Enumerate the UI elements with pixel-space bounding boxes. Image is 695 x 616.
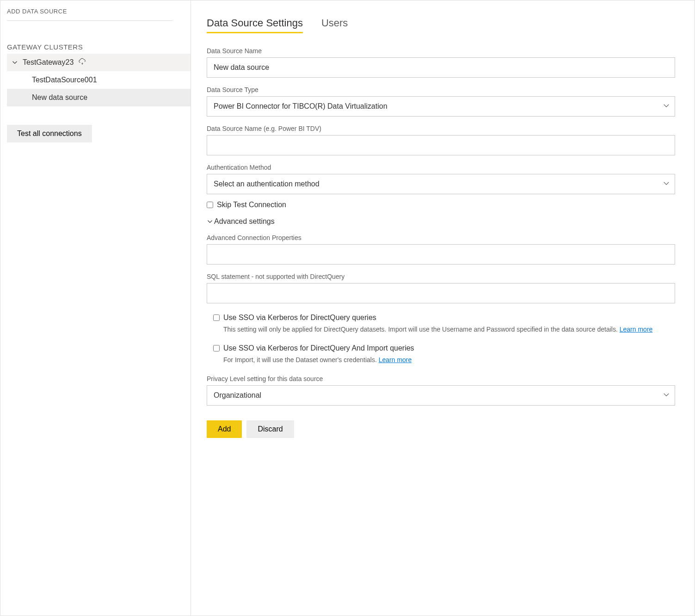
sso-dq-checkbox[interactable] <box>213 314 220 321</box>
button-row: Add Discard <box>207 420 675 438</box>
gateway-name: TestGateway23 <box>23 58 74 67</box>
ds-name2-input[interactable] <box>207 135 675 155</box>
test-connections-button[interactable]: Test all connections <box>7 125 92 142</box>
datasource-item[interactable]: TestDataSource001 <box>7 71 191 89</box>
sidebar-header: ADD DATA SOURCE <box>7 8 173 21</box>
ds-name2-label: Data Source Name (e.g. Power BI TDV) <box>207 125 675 132</box>
ds-name-label: Data Source Name <box>207 47 675 55</box>
sso-dq-import-label: Use SSO via Kerberos for DirectQuery And… <box>223 344 414 352</box>
tab-users[interactable]: Users <box>321 17 348 33</box>
chevron-down-icon <box>207 218 213 225</box>
gateway-node[interactable]: TestGateway23 <box>7 54 191 71</box>
sql-label: SQL statement - not supported with Direc… <box>207 273 675 280</box>
auth-method-value: Select an authentication method <box>214 180 320 188</box>
ds-type-select-wrap: Power BI Connector for TIBCO(R) Data Vir… <box>207 96 675 117</box>
tab-settings[interactable]: Data Source Settings <box>207 17 303 33</box>
privacy-select-wrap: Organizational <box>207 385 675 406</box>
add-button[interactable]: Add <box>207 420 242 438</box>
sso-block-1: Use SSO via Kerberos for DirectQuery que… <box>207 314 675 334</box>
auth-method-select[interactable]: Select an authentication method <box>207 174 675 194</box>
app-root: ADD DATA SOURCE GATEWAY CLUSTERS TestGat… <box>0 0 695 616</box>
sso-block-2: Use SSO via Kerberos for DirectQuery And… <box>207 344 675 364</box>
ds-type-label: Data Source Type <box>207 86 675 93</box>
sso-dq-label: Use SSO via Kerberos for DirectQuery que… <box>223 314 376 322</box>
sidebar: ADD DATA SOURCE GATEWAY CLUSTERS TestGat… <box>0 0 191 616</box>
skip-test-label: Skip Test Connection <box>217 201 286 209</box>
learn-more-link[interactable]: Learn more <box>379 356 412 363</box>
ds-type-select[interactable]: Power BI Connector for TIBCO(R) Data Vir… <box>207 96 675 117</box>
tabs: Data Source Settings Users <box>207 17 675 33</box>
auth-method-label: Authentication Method <box>207 164 675 171</box>
datasource-list: TestDataSource001 New data source <box>7 71 191 106</box>
ds-type-value: Power BI Connector for TIBCO(R) Data Vir… <box>214 102 387 111</box>
adv-conn-input[interactable] <box>207 244 675 265</box>
privacy-select[interactable]: Organizational <box>207 385 675 406</box>
sso-dq-import-checkbox[interactable] <box>213 345 220 351</box>
gateway-clusters-title: GATEWAY CLUSTERS <box>7 43 191 51</box>
ds-name-input[interactable] <box>207 57 675 78</box>
sql-input[interactable] <box>207 283 675 303</box>
chevron-down-icon <box>12 59 18 66</box>
auth-select-wrap: Select an authentication method <box>207 174 675 194</box>
cloud-sync-icon <box>78 57 86 68</box>
advanced-toggle[interactable]: Advanced settings <box>207 217 675 226</box>
discard-button[interactable]: Discard <box>246 420 294 438</box>
sso-dq-hint: This setting will only be applied for Di… <box>213 325 675 334</box>
skip-test-row: Skip Test Connection <box>207 201 675 209</box>
learn-more-link[interactable]: Learn more <box>620 326 653 333</box>
adv-conn-label: Advanced Connection Properties <box>207 234 675 241</box>
datasource-item[interactable]: New data source <box>7 89 191 106</box>
privacy-value: Organizational <box>214 391 261 400</box>
main-panel: Data Source Settings Users Data Source N… <box>191 0 695 616</box>
skip-test-checkbox[interactable] <box>207 202 213 208</box>
advanced-toggle-label: Advanced settings <box>214 217 275 226</box>
privacy-label: Privacy Level setting for this data sour… <box>207 375 675 382</box>
sso-dq-import-hint: For Import, it will use the Dataset owne… <box>213 355 675 364</box>
